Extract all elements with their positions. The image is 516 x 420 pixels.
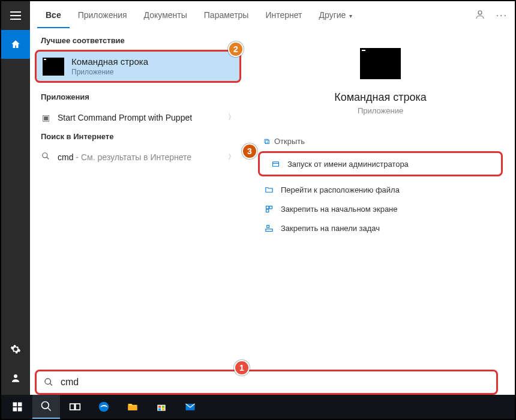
svg-rect-20 [158,406,161,407]
svg-rect-22 [158,409,161,410]
open-icon: ⧉ [264,137,269,146]
search-icon [41,152,50,162]
start-button[interactable] [4,395,31,419]
svg-rect-21 [162,406,164,407]
preview-subtitle: Приложение [358,106,403,115]
svg-rect-10 [18,403,22,407]
preview-title: Командная строка [334,91,427,104]
cmd-icon [43,58,64,76]
hamburger-button[interactable] [1,1,30,30]
svg-point-1 [43,153,47,158]
start-sidebar [1,1,30,397]
svg-rect-3 [272,161,278,166]
tab-apps[interactable]: Приложения [70,3,136,28]
action-pin-taskbar[interactable]: Закрепить на панели задач [258,218,503,238]
section-best-match: Лучшее соответствие [30,32,246,50]
taskbar-search-button[interactable] [32,395,60,419]
web-result-cmd[interactable]: cmd - См. результаты в Интернете 〉 [30,146,246,168]
best-match-title: Командная строка [71,56,148,67]
taskbar [1,395,515,419]
svg-rect-4 [266,206,268,208]
results-column: Лучшее соответствие 2 Командная строка П… [30,30,246,373]
svg-rect-12 [18,407,22,412]
feedback-icon[interactable] [475,9,485,22]
svg-rect-11 [13,407,17,412]
svg-rect-5 [269,206,272,208]
tab-more[interactable]: Другие ▾ [311,3,361,28]
mail-icon[interactable] [176,395,204,419]
svg-rect-6 [266,209,268,212]
action-open[interactable]: ⧉Открыть [258,133,503,150]
svg-rect-9 [13,403,17,407]
shield-icon [271,159,280,169]
search-icon [44,377,53,387]
task-view-button[interactable] [61,395,89,419]
annotation-badge-1: 1 [234,360,250,376]
chevron-right-icon: 〉 [228,152,235,162]
tab-settings[interactable]: Параметры [196,3,257,28]
home-button[interactable] [1,30,30,59]
pin-taskbar-icon [264,223,274,233]
svg-point-13 [42,402,49,409]
app-result-puppet[interactable]: ▣Start Command Prompt with Puppet 〉 [30,106,246,128]
folder-icon [264,185,274,194]
tab-all[interactable]: Все [37,3,70,28]
action-run-as-admin[interactable]: Запуск от имени администратора [265,154,496,173]
svg-point-17 [99,402,109,412]
settings-gear-button[interactable] [1,335,30,364]
tab-docs[interactable]: Документы [136,3,196,28]
svg-rect-23 [162,409,164,410]
account-button[interactable] [1,364,30,392]
tab-internet[interactable]: Интернет [257,3,310,28]
filter-tabs: Все Приложения Документы Параметры Интер… [30,1,515,30]
search-panel: Все Приложения Документы Параметры Интер… [30,1,515,373]
section-apps: Приложения [30,89,246,106]
edge-icon[interactable] [90,395,118,419]
svg-line-14 [48,408,51,411]
svg-point-0 [478,11,482,14]
svg-line-2 [47,157,49,160]
annotation-badge-3: 3 [242,143,257,159]
app-icon: ▣ [41,113,50,122]
action-pin-start[interactable]: Закрепить на начальном экране [258,199,503,218]
more-options-button[interactable]: ··· [496,10,508,21]
preview-column: Командная строка Приложение ⧉Открыть 3 З… [246,30,515,373]
annotation-badge-2: 2 [228,41,244,57]
store-icon[interactable] [148,395,175,419]
action-open-location[interactable]: Перейти к расположению файла [258,180,503,199]
svg-rect-7 [265,229,272,231]
search-input[interactable] [61,377,489,388]
section-web: Поиск в Интернете [30,128,246,146]
chevron-down-icon: ▾ [347,13,352,19]
svg-rect-16 [76,404,80,410]
best-match-subtitle: Приложение [71,68,148,76]
preview-app-icon [360,48,401,79]
file-explorer-icon[interactable] [119,395,146,419]
chevron-right-icon: 〉 [228,112,235,122]
search-box[interactable] [35,370,498,395]
svg-rect-8 [266,225,269,227]
pin-start-icon [264,204,274,214]
svg-rect-18 [128,406,137,410]
svg-rect-15 [70,404,75,410]
best-match-result[interactable]: Командная строка Приложение [35,50,241,83]
